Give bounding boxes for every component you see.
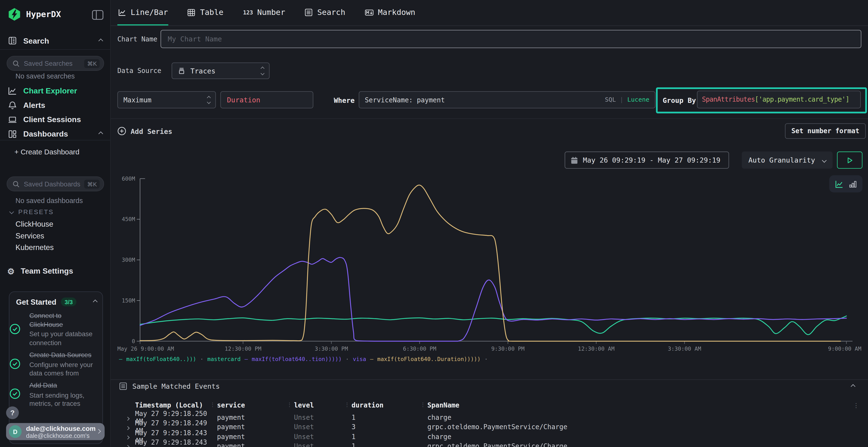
column-header[interactable]: ⋮duration [351,402,428,409]
get-started-item[interactable]: Create Data Sources Configure where your… [16,351,98,378]
chevron-up-icon[interactable] [98,38,103,43]
sidebar-item-chart-explorer[interactable]: Chart Explorer [0,83,110,98]
timeseries-chart[interactable]: 600M450M300M150M0May 26 9:00:00 AM12:30:… [111,171,868,359]
no-saved-dashboards-text: No saved dashboards [16,197,83,204]
tab-markdown[interactable]: Markdown [364,0,416,26]
collapse-panel-icon[interactable] [850,384,855,389]
legend-segment[interactable]: maxIf(toFloat640..))) [126,356,196,362]
svg-text:3:30:00 AM: 3:30:00 AM [668,346,701,352]
svg-text:9:30:00 PM: 9:30:00 PM [491,346,525,352]
saved-searches-input[interactable]: Saved Searches ⌘K [7,56,104,71]
legend-segment[interactable]: — [370,356,373,362]
sidebar-section-search[interactable]: Search [0,32,110,49]
where-input[interactable]: ServiceName: payment SQL | Lucene [359,91,656,108]
divider [111,118,868,119]
add-series-button[interactable]: Add Series [117,127,173,136]
saved-dashboards-input[interactable]: Saved Dashboards ⌘K [7,176,104,191]
chevron-up-icon[interactable] [93,300,97,304]
preset-kubernetes[interactable]: Kubernetes [16,243,54,251]
table-menu-icon[interactable]: ⋮ [853,402,859,409]
user-menu[interactable]: D dale@clickhouse.com dale@clickhouse.co… [6,423,105,440]
column-resize-handle[interactable]: ⋮ [210,402,215,408]
legend-segment[interactable]: visa [353,356,366,362]
database-icon [178,67,185,75]
get-started-item[interactable]: Connect to ClickHouse Set up your databa… [16,312,98,347]
legend-segment[interactable]: · [485,356,488,362]
brand-header: HyperDX [7,7,61,22]
get-started-header[interactable]: Get Started 3/3 [16,298,97,306]
lucene-toggle[interactable]: Lucene [627,96,649,103]
legend-segment[interactable]: — [245,356,248,362]
get-started-card: Get Started 3/3 Connect to ClickHouse Se… [9,291,103,444]
svg-text:12:30:00 PM: 12:30:00 PM [225,346,261,352]
select-chevrons-icon [207,97,210,103]
legend-segment[interactable]: · [200,356,204,362]
123-icon: 123 [243,9,253,16]
tab-search[interactable]: Search [304,0,346,26]
chart-name-input[interactable] [161,30,861,47]
legend-segment[interactable]: maxIf(toFloat640..Duration))))) [377,356,481,362]
column-resize-handle[interactable]: ⋮ [344,402,350,408]
sidebar: HyperDX Search Saved Searches ⌘K No save… [0,0,111,447]
column-header[interactable]: ⋮service [217,402,294,409]
markdown-icon [365,8,373,16]
column-header[interactable]: ⋮SpanName [427,402,851,409]
tab-line-bar[interactable]: Line/Bar [117,0,168,26]
legend-segment[interactable]: · [345,356,349,362]
sample-events-header[interactable]: Sample Matched Events [119,382,220,390]
hyperdx-logo-icon [7,7,22,22]
set-number-format-button[interactable]: Set number format [785,123,866,139]
table-cell: payment [217,442,294,447]
line-chart-icon [118,8,126,16]
group-by-input[interactable]: SpanAttributes['app.payment.card_type'] [697,91,861,108]
date-range-picker[interactable]: May 26 09:29:19 - May 27 09:29:19 [565,151,729,169]
aggregation-select[interactable]: Maximum [117,91,216,108]
search-icon [12,60,20,67]
data-source-select[interactable]: Traces [172,62,270,79]
legend-segment[interactable]: — [119,356,123,362]
chart-name-input-wrap [161,30,862,48]
svg-text:300M: 300M [122,257,135,263]
get-started-item[interactable]: Add Data Start sending logs, metrics, or… [16,381,98,409]
legend-segment[interactable]: mastercard [207,356,241,362]
divider [111,379,868,380]
line-chart-icon [8,86,17,95]
sidebar-item-client-sessions[interactable]: Client Sessions [0,112,110,127]
plus-circle-icon [117,127,126,136]
column-header[interactable]: Timestamp (Local) [135,402,217,409]
sidebar-collapse-icon[interactable] [92,10,103,20]
column-header[interactable]: ⋮level [294,402,351,409]
help-button[interactable]: ? [6,407,19,419]
dashboards-icon [8,129,17,138]
legend-segment[interactable]: maxIf(toFloat640..tion))))) [252,356,342,362]
granularity-select[interactable]: Auto Granularity [742,151,833,169]
sidebar-item-dashboards[interactable]: Dashboards [0,127,110,141]
svg-text:6:30:00 PM: 6:30:00 PM [403,346,436,352]
presets-section-toggle[interactable]: PRESETS [10,209,54,215]
divider [0,140,110,140]
create-dashboard-link[interactable]: + Create Dashboard [14,148,80,156]
group-by-label: Group By [662,96,696,104]
tab-table[interactable]: Table [187,0,224,26]
where-label: Where [334,96,354,104]
preset-clickhouse[interactable]: ClickHouse [16,220,53,228]
saved-searches-placeholder: Saved Searches [24,60,72,67]
table-cell: grpc.oteldemo.PaymentService/Charge [427,442,851,447]
svg-text:123: 123 [243,9,253,15]
user-email: dale@clickhouse.com [26,424,96,432]
column-resize-handle[interactable]: ⋮ [420,402,426,408]
field-input[interactable]: Duration [220,91,313,108]
sql-toggle[interactable]: SQL [605,96,616,103]
svg-text:May 26 9:00:00 AM: May 26 9:00:00 AM [117,346,174,352]
preset-services[interactable]: Services [16,232,44,240]
no-saved-searches-text: No saved searches [16,72,75,80]
sidebar-item-alerts[interactable]: Alerts [0,98,110,112]
run-query-button[interactable] [837,151,863,169]
svg-text:0: 0 [132,338,135,344]
table-row[interactable]: May 27 9:29:18.243 AMpaymentUnset1grpc.o… [126,438,851,447]
sidebar-item-team-settings[interactable]: ⚙ Team Settings [0,264,110,278]
chevron-up-icon[interactable] [98,132,103,136]
column-resize-handle[interactable]: ⋮ [287,402,292,408]
tab-number[interactable]: 123 Number [242,0,286,26]
expand-row-icon[interactable] [126,442,135,447]
